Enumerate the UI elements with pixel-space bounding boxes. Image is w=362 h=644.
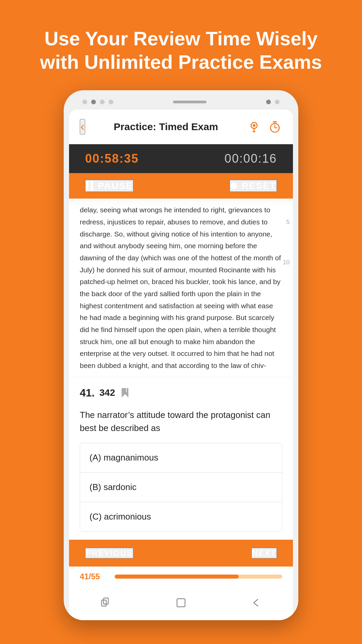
reset-dot-icon (230, 182, 237, 189)
timer-bar: 00:58:35 00:00:16 (69, 144, 293, 173)
passage-text: delay, seeing what wrongs he intended to… (80, 204, 282, 372)
phone-dots-right (266, 100, 280, 104)
pause-bar-left (86, 181, 88, 191)
passage-section: delay, seeing what wrongs he intended to… (69, 199, 293, 377)
answer-item-c[interactable]: (C) acrimonious (80, 502, 282, 531)
phone-screen: ‹ Practice: Timed Exam (69, 110, 293, 620)
dot-6 (275, 100, 280, 104)
dot-3 (100, 100, 105, 104)
timer-icon[interactable] (267, 119, 282, 134)
next-button[interactable]: NEXT (251, 548, 277, 558)
hero-section: Use Your Review Time Wisely with Unlimit… (20, 0, 342, 90)
bottom-navigation: PREVIOUS NEXT (69, 540, 293, 567)
back-button[interactable]: ‹ (80, 119, 85, 135)
line-number-10: 10 (283, 259, 290, 266)
phone-dots-left (82, 100, 113, 104)
phone-notch (173, 101, 206, 103)
hero-line1: Use Your Review Time Wisely (44, 28, 317, 49)
previous-button[interactable]: PREVIOUS (85, 548, 133, 558)
phone-top-bar (69, 100, 293, 110)
progress-fill (115, 575, 239, 579)
back-nav-icon[interactable] (248, 595, 264, 611)
answer-c-text: (C) acrimonious (89, 512, 151, 522)
progress-label: 41/55 (80, 572, 107, 581)
question-text: The narrator’s attitude toward the prota… (80, 409, 282, 435)
question-section: 41. 342 The narrator’s attitude toward t… (69, 377, 293, 540)
screen-title: Practice: Timed Exam (114, 121, 218, 132)
hero-line2: with Unlimited Practice Exams (40, 51, 322, 73)
screen-header: ‹ Practice: Timed Exam (69, 110, 293, 144)
progress-track (115, 575, 282, 579)
bookmark-icon[interactable] (120, 387, 130, 398)
reset-button[interactable]: RESET (230, 180, 277, 192)
dot-5 (266, 100, 271, 104)
answer-item-b[interactable]: (B) sardonic (80, 473, 282, 502)
home-icon[interactable] (173, 595, 189, 611)
question-number: 41. (80, 387, 95, 399)
recents-icon[interactable] (98, 595, 114, 611)
line-number-5: 5 (286, 219, 290, 226)
elapsed-time: 00:58:35 (85, 152, 139, 166)
system-nav (69, 587, 293, 620)
controls-bar: PAUSE RESET (69, 173, 293, 199)
pause-button[interactable]: PAUSE (85, 180, 133, 192)
answers-list: (A) magnanimous (B) sardonic (C) acrimon… (80, 443, 282, 532)
dot-2 (91, 100, 96, 104)
remaining-time: 00:00:16 (225, 152, 277, 166)
answer-b-text: (B) sardonic (89, 482, 136, 492)
pause-icon (86, 181, 93, 191)
page-reference: 342 (99, 387, 115, 398)
svg-marker-8 (122, 388, 128, 397)
progress-row: 41/55 (69, 567, 293, 587)
svg-rect-12 (177, 599, 185, 607)
dot-4 (109, 100, 113, 104)
pause-label: PAUSE (98, 180, 133, 191)
pause-bar-right (90, 181, 93, 191)
reset-label: RESET (242, 180, 276, 191)
header-icons (247, 119, 282, 134)
dot-1 (82, 100, 87, 104)
target-icon[interactable] (247, 119, 261, 134)
answer-item-a[interactable]: (A) magnanimous (80, 443, 282, 473)
question-number-row: 41. 342 (80, 387, 282, 399)
svg-point-1 (253, 124, 255, 127)
answer-a-text: (A) magnanimous (89, 452, 158, 463)
phone-frame: ‹ Practice: Timed Exam (64, 90, 298, 620)
